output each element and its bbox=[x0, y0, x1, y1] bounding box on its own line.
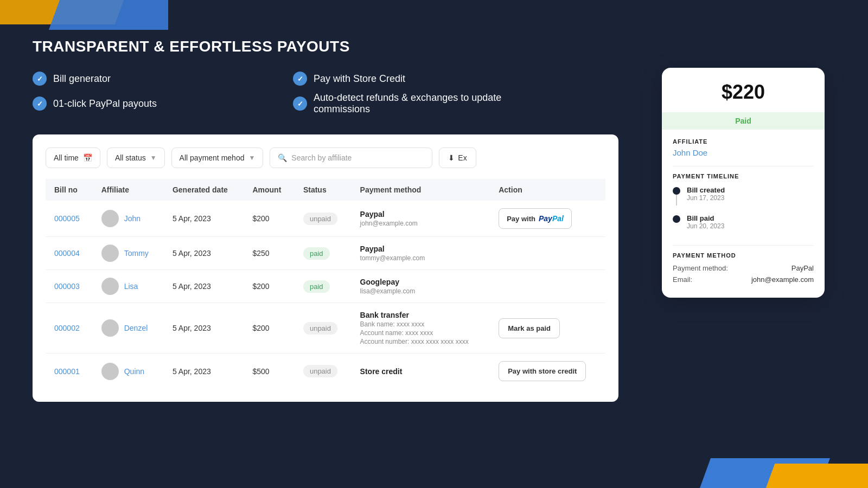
event-name-created: Bill created bbox=[687, 186, 725, 194]
pay-paypal-button-000005[interactable]: Pay with PayPal bbox=[499, 208, 572, 229]
event-date-paid: Jun 20, 2023 bbox=[687, 222, 724, 230]
detail-affiliate-name: John Doe bbox=[673, 148, 814, 157]
pay-store-credit-button-000001[interactable]: Pay with store credit bbox=[499, 361, 586, 381]
mark-as-paid-button-000002[interactable]: Mark as paid bbox=[499, 318, 560, 338]
time-filter[interactable]: All time 📅 bbox=[46, 147, 100, 168]
date-000001: 5 Apr, 2023 bbox=[164, 354, 244, 389]
affiliate-name-quinn: Quinn bbox=[124, 367, 144, 376]
detail-status-bar: Paid bbox=[662, 112, 825, 130]
affiliate-cell-lisa: Lisa bbox=[101, 278, 155, 295]
amount-000005: $200 bbox=[244, 201, 295, 237]
timeline-title: PAYMENT TIMELINE bbox=[673, 173, 814, 179]
method-cell-000002: Bank transfer Bank name: xxxx xxxx Accou… bbox=[360, 311, 482, 345]
payment-timeline: PAYMENT TIMELINE Bill created Jun 17, 20… bbox=[662, 173, 825, 245]
export-button[interactable]: ⬇ Ex bbox=[439, 147, 476, 168]
table-row: 000003 Lisa 5 Apr, 2023 $200 paid Google… bbox=[46, 270, 605, 303]
status-badge-000003: paid bbox=[303, 280, 330, 293]
affiliate-cell-john: John bbox=[101, 210, 155, 227]
event-name-paid: Bill paid bbox=[687, 214, 724, 222]
bill-link-000005[interactable]: 000005 bbox=[54, 214, 80, 223]
check-icon-store-credit: ✓ bbox=[293, 72, 307, 86]
bill-link-000001[interactable]: 000001 bbox=[54, 367, 80, 376]
bills-table: Bill no Affiliate Generated date Amount … bbox=[46, 179, 605, 389]
col-action: Action bbox=[490, 179, 605, 201]
method-filter[interactable]: All payment mehod ▼ bbox=[171, 147, 264, 168]
pm-row-email: Email: john@example.com bbox=[673, 275, 814, 284]
avatar-lisa bbox=[101, 278, 119, 295]
divider-2 bbox=[673, 245, 814, 246]
amount-000002: $200 bbox=[244, 303, 295, 354]
affiliate-name-lisa: Lisa bbox=[124, 282, 138, 291]
affiliate-cell-quinn: Quinn bbox=[101, 363, 155, 380]
date-000005: 5 Apr, 2023 bbox=[164, 201, 244, 237]
col-affiliate: Affiliate bbox=[93, 179, 164, 201]
feature-item-auto-detect: ✓ Auto-detect refunds & exchanges to upd… bbox=[293, 92, 521, 115]
bill-link-000004[interactable]: 000004 bbox=[54, 249, 80, 258]
divider-1 bbox=[673, 166, 814, 166]
affiliate-name-denzel: Denzel bbox=[124, 324, 148, 332]
check-icon-bill-gen: ✓ bbox=[33, 72, 47, 86]
table-row: 000005 John 5 Apr, 2023 $200 unpaid Payp… bbox=[46, 201, 605, 237]
method-filter-label: All payment mehod bbox=[180, 153, 245, 162]
page-title: TRANSPARENT & EFFORTLESS PAYOUTS bbox=[33, 38, 835, 55]
status-badge-000004: paid bbox=[303, 247, 330, 260]
col-amount: Amount bbox=[244, 179, 295, 201]
calendar-icon: 📅 bbox=[83, 153, 92, 162]
detail-payment-method-section: PAYMENT METHOD Payment method: PayPal Em… bbox=[662, 252, 825, 298]
download-icon: ⬇ bbox=[448, 153, 455, 162]
search-icon: 🔍 bbox=[278, 153, 287, 162]
avatar-denzel bbox=[101, 319, 119, 337]
feature-label-bill-gen: Bill generator bbox=[53, 73, 111, 85]
table-row: 000001 Quinn 5 Apr, 2023 $500 unpaid Sto… bbox=[46, 354, 605, 389]
date-000003: 5 Apr, 2023 bbox=[164, 270, 244, 303]
bill-link-000002[interactable]: 000002 bbox=[54, 324, 80, 332]
affiliate-name-john: John bbox=[124, 214, 141, 223]
avatar-john bbox=[101, 210, 119, 227]
status-filter[interactable]: All status ▼ bbox=[107, 147, 165, 168]
feature-item-bill-gen: ✓ Bill generator bbox=[33, 72, 260, 86]
affiliate-cell-tommy: Tommy bbox=[101, 245, 155, 262]
timeline-item-created: Bill created Jun 17, 2023 bbox=[673, 186, 814, 208]
status-badge-000005: unpaid bbox=[303, 213, 337, 225]
method-cell-000005: Paypal john@example.com bbox=[360, 210, 482, 227]
col-bill-no: Bill no bbox=[46, 179, 93, 201]
feature-label-store-credit: Pay with Store Credit bbox=[314, 73, 405, 85]
date-000004: 5 Apr, 2023 bbox=[164, 237, 244, 270]
status-badge-000002: unpaid bbox=[303, 322, 337, 335]
affiliate-cell-denzel: Denzel bbox=[101, 319, 155, 337]
action-cell-000004 bbox=[490, 237, 605, 270]
payment-method-section-title: PAYMENT METHOD bbox=[673, 252, 814, 259]
chevron-down-icon-status: ▼ bbox=[150, 154, 157, 162]
col-payment-method: Payment method bbox=[352, 179, 490, 201]
method-cell-000001: Store credit bbox=[360, 367, 482, 376]
check-icon-paypal: ✓ bbox=[33, 97, 47, 111]
export-label: Ex bbox=[458, 153, 467, 162]
feature-item-paypal: ✓ 01-click PayPal payouts bbox=[33, 92, 260, 115]
date-000002: 5 Apr, 2023 bbox=[164, 303, 244, 354]
event-date-created: Jun 17, 2023 bbox=[687, 194, 725, 202]
paypal-logo: PayPal bbox=[539, 214, 564, 223]
pm-email-value: john@example.com bbox=[751, 275, 814, 284]
method-cell-000003: Googlepay lisa@example.com bbox=[360, 278, 482, 295]
pm-row-method: Payment method: PayPal bbox=[673, 264, 814, 272]
chevron-down-icon-method: ▼ bbox=[248, 154, 255, 162]
check-icon-auto-detect: ✓ bbox=[293, 97, 307, 111]
affiliate-search[interactable]: 🔍 Search by affiliate bbox=[270, 147, 432, 168]
timeline-dot-paid bbox=[673, 215, 680, 223]
amount-000003: $200 bbox=[244, 270, 295, 303]
table-header-row: Bill no Affiliate Generated date Amount … bbox=[46, 179, 605, 201]
table-row: 000002 Denzel 5 Apr, 2023 $200 unpaid Ba… bbox=[46, 303, 605, 354]
features-grid: ✓ Bill generator ✓ Pay with Store Credit… bbox=[33, 72, 521, 115]
action-cell-000003 bbox=[490, 270, 605, 303]
detail-affiliate-section: AFFILIATE John Doe bbox=[662, 138, 825, 166]
search-placeholder: Search by affiliate bbox=[291, 153, 352, 162]
detail-panel: $220 Paid AFFILIATE John Doe PAYMENT TIM… bbox=[662, 68, 825, 298]
affiliate-name-tommy: Tommy bbox=[124, 249, 149, 258]
feature-label-auto-detect: Auto-detect refunds & exchanges to updat… bbox=[314, 92, 521, 115]
pm-method-label: Payment method: bbox=[673, 264, 728, 272]
corner-accent-bottom-right bbox=[700, 455, 868, 488]
timeline-connector bbox=[676, 195, 677, 206]
bill-link-000003[interactable]: 000003 bbox=[54, 282, 80, 291]
feature-item-store-credit: ✓ Pay with Store Credit bbox=[293, 72, 521, 86]
pm-email-label: Email: bbox=[673, 275, 692, 284]
